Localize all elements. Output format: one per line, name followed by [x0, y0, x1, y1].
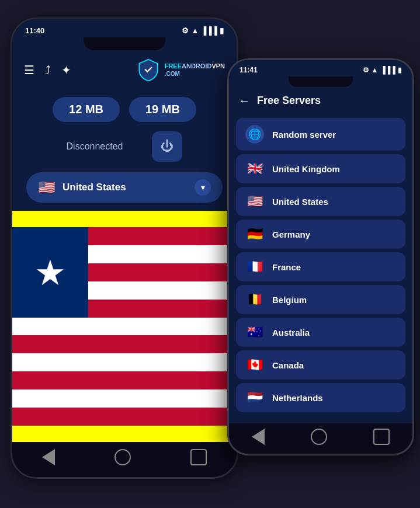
header-icons: ☰ ⤴ ✦ — [24, 63, 71, 77]
server-name-ca: Canada — [272, 360, 304, 370]
wifi-icon: ▲ — [191, 26, 199, 35]
shield-logo — [137, 58, 160, 82]
battery-icon-2: ▮ — [398, 66, 402, 74]
yellow-bar-top — [12, 211, 237, 227]
status-icons-1: ⚙ ▲ ▐▐▐ ▮ — [182, 26, 224, 35]
phone1: 11:40 ⚙ ▲ ▐▐▐ ▮ ☰ ⤴ ✦ — [11, 18, 238, 479]
stripe-7 — [12, 335, 237, 353]
server-item-de[interactable]: 🇩🇪 Germany — [236, 220, 405, 249]
flag-uk: 🇬🇧 — [245, 161, 264, 176]
recents-nav-button-2[interactable] — [373, 429, 390, 445]
back-button[interactable]: ← — [238, 94, 250, 107]
notch-1 — [84, 37, 165, 50]
back-nav-button[interactable] — [42, 449, 55, 465]
server-name-au: Australia — [272, 328, 310, 337]
flag-nl: 🇳🇱 — [245, 390, 264, 405]
star-icon: ★ — [34, 252, 66, 293]
flag-fr: 🇫🇷 — [245, 259, 264, 274]
logo: FREEANDROIDVPN .COM — [137, 58, 225, 82]
stripe-10 — [12, 389, 237, 408]
server-item-be[interactable]: 🇧🇪 Belgium — [236, 285, 405, 314]
bottom-nav-1 — [12, 442, 237, 477]
flag-be: 🇧🇪 — [245, 292, 264, 307]
server-name-random: Random server — [272, 130, 336, 140]
country-name: United States — [63, 182, 188, 193]
data-stats: 12 MB 19 MB — [12, 88, 237, 128]
menu-icon[interactable]: ☰ — [24, 63, 34, 77]
stripe-6 — [12, 318, 237, 336]
settings-icon: ⚙ — [182, 26, 189, 35]
app-header-1: ☰ ⤴ ✦ FREEANDROIDVPN .COM — [12, 50, 237, 88]
server-item-uk[interactable]: 🇬🇧 United Kingdom — [236, 154, 405, 183]
download-stat: 12 MB — [53, 97, 120, 122]
status-bar-2: 11:41 ⚙ ▲ ▐▐▐ ▮ — [229, 60, 412, 76]
server-name-uk: United Kingdom — [272, 164, 340, 174]
power-button[interactable]: ⏻ — [152, 131, 182, 162]
server-name-nl: Netherlands — [272, 393, 323, 403]
server-name-de: Germany — [272, 229, 310, 239]
server-list-title: Free Servers — [257, 95, 321, 107]
server-item-random[interactable]: 🌐 Random server — [236, 118, 405, 151]
phone2: 11:41 ⚙ ▲ ▐▐▐ ▮ ← Free Servers 🌐 Random … — [227, 58, 414, 455]
server-item-au[interactable]: 🇦🇺 Australia — [236, 318, 405, 347]
share-icon[interactable]: ⤴ — [45, 64, 51, 77]
country-flag: 🇺🇸 — [38, 179, 55, 196]
server-list: 🌐 Random server 🇬🇧 United Kingdom 🇺🇸 Uni… — [229, 114, 412, 423]
connection-status: Disconnected — [67, 141, 123, 152]
country-selector[interactable]: 🇺🇸 United States ▾ — [26, 172, 223, 203]
logo-text: FREEANDROIDVPN .COM — [165, 62, 225, 77]
flag-ca: 🇨🇦 — [245, 357, 264, 373]
time-2: 11:41 — [239, 66, 258, 74]
home-nav-button-2[interactable] — [311, 429, 327, 445]
globe-icon: 🌐 — [245, 125, 264, 144]
bottom-nav-2 — [229, 423, 412, 454]
server-name-us: United States — [272, 197, 328, 207]
stripe-11 — [12, 408, 237, 426]
server-item-nl[interactable]: 🇳🇱 Netherlands — [236, 383, 405, 412]
yellow-bar-bottom — [12, 426, 237, 442]
server-item-ca[interactable]: 🇨🇦 Canada — [236, 350, 405, 380]
recents-nav-button[interactable] — [190, 449, 207, 465]
status-bar-1: 11:40 ⚙ ▲ ▐▐▐ ▮ — [12, 19, 237, 37]
flag-stripes: ★ — [12, 227, 237, 426]
star-icon[interactable]: ✦ — [61, 63, 71, 77]
stripe-9 — [12, 371, 237, 389]
server-item-us[interactable]: 🇺🇸 United States — [236, 187, 405, 216]
upload-stat: 19 MB — [129, 97, 196, 122]
flag-display: ★ — [12, 211, 237, 442]
home-nav-button[interactable] — [114, 449, 131, 465]
disconnect-area: Disconnected ⏻ — [12, 128, 237, 169]
time-1: 11:40 — [25, 26, 44, 35]
flag-au: 🇦🇺 — [245, 325, 264, 340]
status-icons-2: ⚙ ▲ ▐▐▐ ▮ — [363, 66, 402, 74]
flag-de: 🇩🇪 — [245, 227, 264, 242]
server-header: ← Free Servers — [229, 87, 412, 114]
chevron-down-icon: ▾ — [195, 179, 211, 196]
battery-icon: ▮ — [220, 26, 224, 35]
settings-icon-2: ⚙ — [363, 66, 369, 74]
flag-us: 🇺🇸 — [245, 194, 264, 209]
notch-2 — [289, 76, 353, 87]
server-name-be: Belgium — [272, 295, 307, 305]
server-item-fr[interactable]: 🇫🇷 France — [236, 252, 405, 281]
back-nav-button-2[interactable] — [252, 429, 265, 445]
wifi-icon-2: ▲ — [372, 66, 379, 74]
server-name-fr: France — [272, 262, 301, 272]
flag-canton: ★ — [12, 227, 88, 318]
liberia-flag: ★ — [12, 211, 237, 442]
stripe-8 — [12, 353, 237, 371]
signal-bars-icon: ▐▐▐ — [201, 26, 217, 35]
signal-icon-2: ▐▐▐ — [380, 66, 395, 74]
